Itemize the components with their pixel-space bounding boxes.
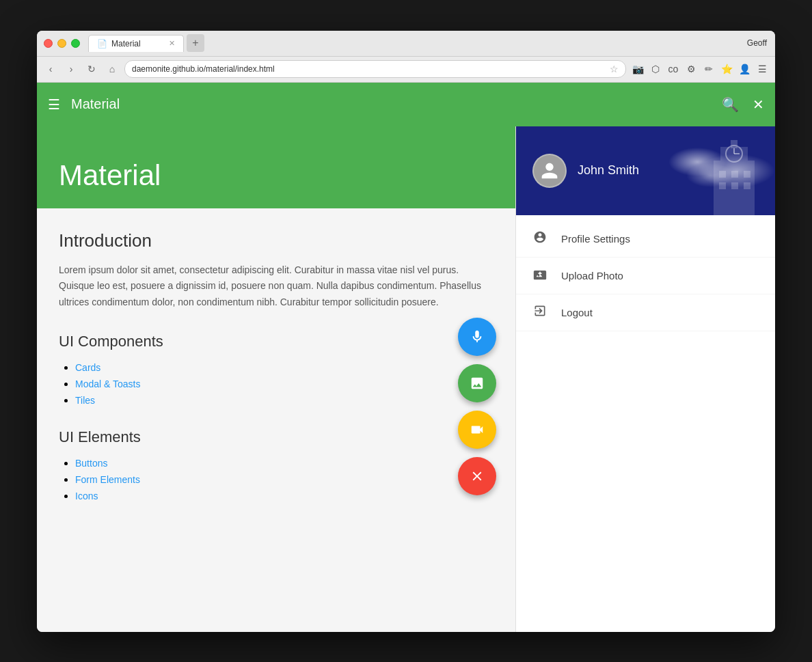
refresh-button[interactable]: ↻ [83,61,100,77]
svg-rect-8 [744,171,750,178]
list-item: Tiles [75,394,493,406]
menu-icon[interactable]: ☰ [755,61,770,77]
app-content: ☰ Material 🔍 ✕ Material Introduction Lor… [37,83,775,632]
tab-close-button[interactable]: ✕ [169,39,175,48]
list-item: Form Elements [75,473,493,486]
camera-icon[interactable]: 📷 [630,61,645,77]
drawer-header: John Smith [516,126,775,215]
header-title: Material [71,96,722,112]
logout-item[interactable]: Logout [516,294,775,331]
logout-label: Logout [561,307,593,318]
tiles-link[interactable]: Tiles [75,395,95,406]
back-button[interactable]: ‹ [42,61,59,77]
list-item: Buttons [75,457,493,469]
minimize-traffic-light[interactable] [57,39,66,48]
fab-close-button[interactable] [458,457,496,495]
tab-bar: 📄 Material ✕ + [88,34,768,52]
main-area: Material Introduction Lorem ipsum dolor … [37,126,775,632]
drawer-menu: Profile Settings Upload Photo [516,215,775,632]
browser-toolbar-icons: 📷 ⬡ co ⚙ ✏ ⭐ 👤 ☰ [630,61,770,77]
intro-heading: Introduction [59,230,493,251]
layers-icon[interactable]: ⬡ [648,61,663,77]
browser-user: Geoff [747,38,767,48]
fab-container [458,318,496,495]
profile-settings-label: Profile Settings [561,233,630,245]
puzzle-icon[interactable]: ⭐ [719,61,734,77]
list-item: Icons [75,490,493,502]
fab-image-button[interactable] [458,364,496,402]
header-close-button[interactable]: ✕ [753,96,764,113]
url-text: daemonite.github.io/material/index.html [132,64,275,74]
tab-title: Material [111,39,141,49]
svg-rect-11 [744,182,750,189]
cards-link[interactable]: Cards [75,362,100,373]
svg-rect-9 [719,182,726,189]
person-icon[interactable]: 👤 [737,61,752,77]
ui-components-heading: UI Components [59,333,493,350]
pencil-icon[interactable]: ✏ [701,61,716,77]
forward-button[interactable]: › [63,61,79,77]
ui-elements-heading: UI Elements [59,428,493,446]
user-avatar [532,154,567,188]
page-content: Material Introduction Lorem ipsum dolor … [37,126,515,632]
svg-rect-2 [731,140,737,148]
drawer-panel: John Smith Profile Settings [515,126,775,632]
header-search-button[interactable]: 🔍 [722,96,739,113]
address-bar-row: ‹ › ↻ ⌂ daemonite.github.io/material/ind… [37,57,775,83]
url-bar[interactable]: daemonite.github.io/material/index.html … [124,60,626,78]
tab-favicon: 📄 [97,39,107,49]
building-silhouette [693,140,775,215]
buttons-link[interactable]: Buttons [75,458,107,469]
material-header: ☰ Material 🔍 ✕ [37,83,775,126]
list-item: Modal & Toasts [75,378,493,390]
banner-title: Material [59,159,161,192]
form-elements-link[interactable]: Form Elements [75,474,140,485]
ui-elements-list: Buttons Form Elements Icons [59,457,493,502]
icons-link[interactable]: Icons [75,491,98,501]
hamburger-button[interactable]: ☰ [48,96,60,113]
browser-window: 📄 Material ✕ + Geoff ‹ › ↻ ⌂ daemonite.g… [37,31,775,632]
logout-icon [532,304,547,321]
home-button[interactable]: ⌂ [104,61,120,77]
profile-settings-item[interactable]: Profile Settings [516,221,775,258]
green-banner: Material [37,126,515,208]
title-bar: 📄 Material ✕ + Geoff [37,31,775,57]
content-body: Introduction Lorem ipsum dolor sit amet,… [37,208,515,546]
list-item: Cards [75,361,493,374]
svg-rect-10 [731,182,738,189]
fab-mic-button[interactable] [458,318,496,356]
settings-icon[interactable]: ⚙ [684,61,699,77]
svg-rect-6 [719,171,726,178]
modal-toasts-link[interactable]: Modal & Toasts [75,378,140,389]
fullscreen-traffic-light[interactable] [71,39,80,48]
drawer-user-name: John Smith [578,163,639,178]
profile-settings-icon [532,230,547,247]
browser-tab[interactable]: 📄 Material ✕ [88,35,184,52]
ui-components-list: Cards Modal & Toasts Tiles [59,361,493,406]
intro-paragraph: Lorem ipsum dolor sit amet, consectetur … [59,262,493,311]
fab-video-button[interactable] [458,411,496,449]
upload-photo-item[interactable]: Upload Photo [516,258,775,294]
upload-photo-icon [532,267,547,284]
close-traffic-light[interactable] [44,39,53,48]
new-tab-button[interactable]: + [187,34,204,52]
bookmark-icon[interactable]: ☆ [610,64,619,74]
co-icon[interactable]: co [666,61,681,77]
svg-rect-7 [731,171,738,178]
upload-photo-label: Upload Photo [561,270,623,281]
traffic-lights [44,39,80,48]
